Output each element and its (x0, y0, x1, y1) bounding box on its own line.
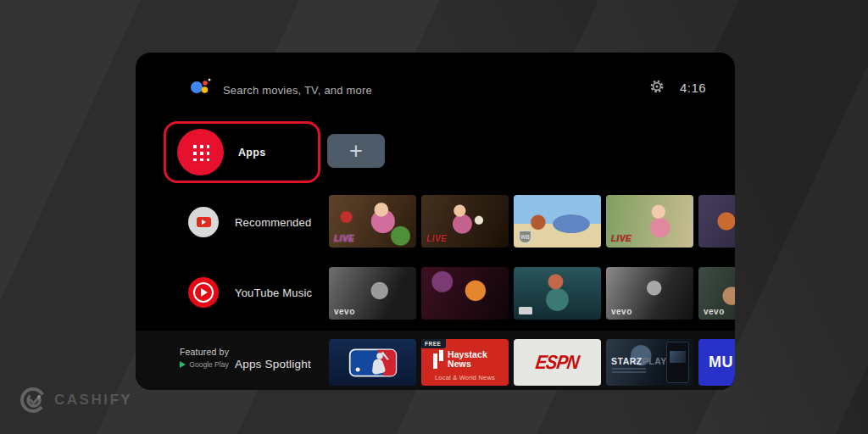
app-tiles: FREE Haystack News Local & World News ES… (329, 339, 735, 386)
youtube-music-ring (193, 282, 214, 303)
espn-logo: ESPN (534, 351, 580, 373)
recommended-thumbnails: LIVE LIVE WB LIVE (329, 195, 735, 248)
music-video-thumbnail[interactable]: vevo (329, 267, 416, 320)
starz-text: STARZ (611, 356, 643, 366)
cashify-logo-icon (19, 386, 47, 415)
video-thumbnail[interactable]: WB (514, 195, 601, 248)
youtube-icon[interactable] (188, 207, 219, 237)
featured-by-block: Featured by Google Play (164, 347, 244, 369)
music-video-thumbnail[interactable]: vevo (606, 267, 693, 320)
wb-shield-logo: WB (519, 231, 531, 243)
play-text: PLAY (643, 356, 667, 366)
live-badge: LIVE (611, 234, 632, 243)
apps-circle (177, 129, 224, 175)
clock: 4:16 (680, 81, 706, 95)
mlb-logo-icon (348, 348, 398, 377)
haystack-logo: Haystack News (433, 350, 487, 369)
play-triangle-icon (201, 288, 208, 297)
search-bar-label[interactable]: Search movies, TV, and more (223, 84, 372, 97)
video-thumbnail[interactable]: LIVE (606, 195, 693, 248)
video-thumbnail[interactable]: LIVE (421, 195, 509, 248)
broadcaster-logo (519, 307, 532, 314)
cashify-watermark: CASHIFY (19, 386, 132, 415)
google-assistant-icon[interactable] (190, 77, 212, 97)
music-thumbnails: vevo vevo vevo (329, 267, 735, 320)
music-video-thumbnail[interactable] (514, 267, 601, 320)
recommended-row-label: Recommended (235, 216, 311, 229)
music-video-thumbnail[interactable] (421, 267, 509, 320)
featured-apps-strip: Featured by Google Play Apps Spotlight (136, 331, 735, 390)
live-badge: LIVE (334, 234, 354, 243)
haystack-name: Haystack News (448, 350, 487, 369)
youtube-music-row-label: YouTube Music (235, 287, 312, 299)
app-tile-espn[interactable]: ESPN (514, 339, 601, 386)
phone-mockup (666, 342, 689, 383)
starz-fine-print (612, 368, 646, 375)
haystack-bars-icon (433, 350, 443, 369)
cashify-brand-text: CASHIFY (54, 392, 132, 409)
youtube-play-rect (197, 217, 211, 227)
settings-gear-icon[interactable] (649, 79, 665, 94)
video-thumbnail[interactable] (698, 195, 735, 248)
vevo-watermark: vevo (611, 307, 632, 316)
youtube-music-icon[interactable] (188, 277, 219, 308)
featured-by-label: Featured by (164, 347, 244, 357)
vevo-watermark: vevo (334, 307, 355, 316)
apps-shortcut-focused[interactable]: Apps (164, 121, 320, 183)
google-play-label: Google Play (164, 360, 244, 369)
haystack-name-line2: News (448, 359, 487, 369)
apps-label: Apps (238, 147, 265, 159)
app-tile-music[interactable]: MU (698, 339, 735, 386)
app-tile-mlb[interactable] (329, 339, 416, 386)
music-video-thumbnail[interactable]: vevo (698, 267, 735, 320)
music-tile-label: MU (709, 353, 733, 371)
free-badge: FREE (421, 339, 446, 348)
add-channel-button[interactable]: + (327, 134, 385, 168)
vevo-watermark: vevo (704, 307, 725, 316)
android-tv-screenshot: Search movies, TV, and more 4:16 Apps + … (136, 53, 735, 390)
video-thumbnail[interactable]: LIVE (329, 195, 416, 248)
starzplay-logo: STARZPLAY (611, 356, 667, 366)
play-triangle-icon (202, 220, 206, 225)
store-name: Google Play (189, 360, 228, 369)
app-tile-haystack-news[interactable]: FREE Haystack News Local & World News (421, 339, 509, 386)
app-tile-starzplay[interactable]: STARZPLAY (606, 339, 693, 386)
haystack-subtitle: Local & World News (421, 374, 509, 381)
live-badge: LIVE (426, 234, 447, 243)
google-play-icon (180, 361, 186, 368)
apps-grid-icon (192, 143, 209, 161)
apps-spotlight-title: Apps Spotlight (235, 358, 311, 370)
